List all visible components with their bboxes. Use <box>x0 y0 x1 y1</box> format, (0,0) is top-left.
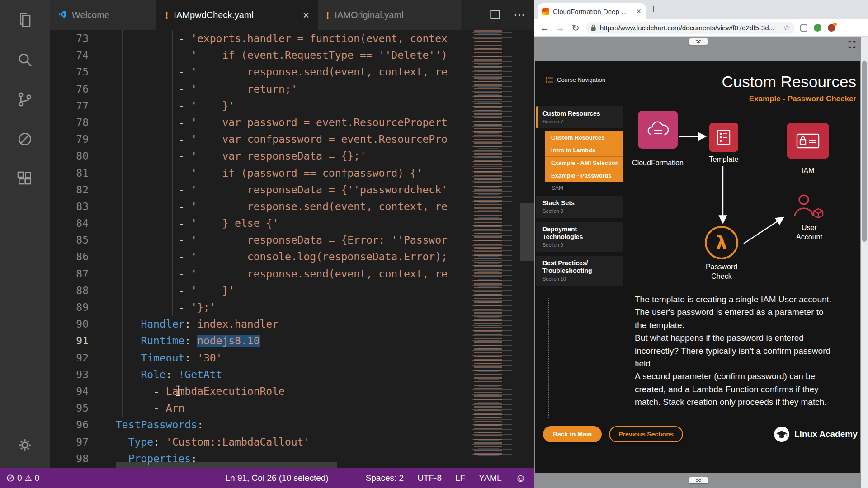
back-icon[interactable]: ← <box>537 23 552 33</box>
code-line[interactable]: 76 - ' return;' <box>50 81 468 98</box>
split-editor-icon[interactable] <box>489 9 501 22</box>
paragraph-line: A second parameter (confirm password) ca… <box>635 370 857 383</box>
browser-scrollbar[interactable] <box>861 37 868 488</box>
code-line[interactable]: 90 Handler: index.handler <box>50 316 468 333</box>
scrollbar-thumb[interactable] <box>862 61 867 242</box>
code-line[interactable]: 83 - ' response.send(event, context, re <box>50 198 468 215</box>
back-to-main-button[interactable]: Back to Main <box>543 426 602 442</box>
paragraph-line: The user's password is entered as a para… <box>635 306 857 319</box>
code-line[interactable]: 92 Timeout: '30' <box>50 350 468 366</box>
code-line[interactable]: 86 - ' console.log(responseData.Error); <box>50 249 468 265</box>
code-line[interactable]: 80 - ' var responseData = {};' <box>50 148 468 164</box>
line-number: 76 <box>50 81 89 98</box>
extension-icon-with-badge[interactable] <box>828 24 835 32</box>
extension-icon[interactable] <box>814 24 821 32</box>
code-line[interactable]: 77 - ' }' <box>50 98 468 114</box>
code-line[interactable]: 89 - '};' <box>50 299 468 316</box>
paragraph-line: But what happens if the password is ente… <box>635 332 857 344</box>
code-line[interactable]: 95 - Arn <box>50 400 468 417</box>
extensions-icon[interactable] <box>0 159 50 199</box>
search-icon[interactable] <box>0 40 50 80</box>
collapse-handle-bottom[interactable] <box>689 477 708 483</box>
source-control-icon[interactable] <box>0 80 50 119</box>
cursor-position[interactable]: Ln 91, Col 26 (10 selected) <box>225 473 328 483</box>
nav-item[interactable]: Intro to Lambda <box>545 144 623 157</box>
forward-icon[interactable]: → <box>552 23 568 33</box>
yaml-file-icon: ! <box>165 9 168 21</box>
new-tab-button[interactable]: + <box>650 2 657 15</box>
line-number: 85 <box>50 232 89 249</box>
paragraph-line: incorrectly? There typically isn't a con… <box>635 345 857 357</box>
code-line[interactable]: 94 - LambdaExecutionRole <box>50 383 468 400</box>
code-line[interactable]: 85 - ' responseData = {Error: ''Passwor <box>50 232 468 249</box>
code-line[interactable]: 74 - ' if (event.RequestType == ''Delete… <box>50 47 468 64</box>
encoding-setting[interactable]: UTF-8 <box>417 473 442 483</box>
paragraph-line: field. <box>635 357 857 370</box>
code-editor[interactable]: 73 - 'exports.handler = function(event, … <box>50 30 534 468</box>
line-number: 94 <box>50 383 89 400</box>
browser-tab-title: CloudFormation Deep Dive: Lu <box>553 8 632 15</box>
code-line[interactable]: 75 - ' response.send(event, context, re <box>50 64 468 80</box>
code-line[interactable]: 84 - ' } else {' <box>50 215 468 232</box>
previous-sections-button[interactable]: Previous Sections <box>609 426 683 442</box>
minimap[interactable] <box>468 30 520 457</box>
code-line[interactable]: 96TestPasswords: <box>50 417 468 433</box>
nav-section[interactable]: Best Practices/ TroubleshootingSection 1… <box>536 256 623 286</box>
course-navigation-label: Course Navigation <box>557 76 605 83</box>
code-line[interactable]: 73 - 'exports.handler = function(event, … <box>50 30 468 47</box>
collapse-handle-top[interactable] <box>689 38 708 45</box>
scrollbar-thumb[interactable] <box>116 462 337 468</box>
code-line[interactable]: 79 - ' var confpassword = event.Resource… <box>50 131 468 148</box>
nav-item[interactable]: Example - AMI Selection <box>545 157 623 169</box>
editor-horizontal-scrollbar[interactable] <box>50 462 468 468</box>
close-tab-icon[interactable]: × <box>303 10 309 21</box>
tab-welcome[interactable]: Welcome <box>50 0 157 30</box>
feedback-smiley-icon[interactable]: ☺ <box>515 472 526 484</box>
code-line[interactable]: 93 Role: !GetAtt <box>50 366 468 383</box>
nav-section-title: Depoyment Technologies <box>542 225 602 241</box>
circle-slash-icon[interactable] <box>0 119 50 159</box>
line-number: 83 <box>50 198 89 215</box>
tab-label: IAMOriginal.yaml <box>335 10 403 20</box>
text-cursor <box>175 385 181 398</box>
fullscreen-icon[interactable] <box>848 41 856 50</box>
bookmark-star-icon[interactable]: ☆ <box>783 23 790 33</box>
settings-gear-icon[interactable] <box>0 427 50 463</box>
indentation-setting[interactable]: Spaces: 2 <box>366 473 404 483</box>
extension-icon[interactable] <box>800 24 807 32</box>
nav-section[interactable]: Custom ResourcesSection 7 <box>536 106 623 128</box>
browser-toolbar: ← → ↻ https://www.lucidchart.com/documen… <box>534 19 868 37</box>
line-number: 91 <box>50 333 89 349</box>
line-number: 75 <box>50 64 89 80</box>
reload-icon[interactable]: ↻ <box>568 23 583 33</box>
line-number: 81 <box>50 165 89 182</box>
course-navigation-header[interactable]: Course Navigation <box>546 76 605 83</box>
vscode-window: Welcome ! IAMpwdCheck.yaml × ! IAMOrigin… <box>0 0 534 488</box>
line-number: 77 <box>50 98 89 114</box>
language-mode[interactable]: YAML <box>479 473 501 483</box>
browser-tab-close-icon[interactable]: × <box>636 7 641 16</box>
nav-item[interactable]: Example - Passwords <box>545 169 623 182</box>
explorer-icon[interactable] <box>0 0 50 40</box>
nav-item[interactable]: Custom Resources <box>545 131 623 144</box>
code-line[interactable]: 78 - ' var password = event.ResourceProp… <box>50 114 468 131</box>
eol-setting[interactable]: LF <box>455 473 465 483</box>
code-line[interactable]: 82 - ' responseData = {''passwordcheck' <box>50 182 468 198</box>
address-bar[interactable]: https://www.lucidchart.com/documents/vie… <box>586 22 795 34</box>
code-line[interactable]: 91 Runtime: nodejs8.10 <box>50 333 468 349</box>
scrollbar-thumb[interactable] <box>520 203 534 261</box>
tab-iampwdcheck-yaml[interactable]: ! IAMpwdCheck.yaml × <box>157 0 318 30</box>
code-line[interactable]: 97 Type: 'Custom::LambdaCallout' <box>50 434 468 450</box>
more-actions-icon[interactable]: ⋯ <box>514 8 525 22</box>
nav-section[interactable]: Stack SetsSection 8 <box>536 196 623 218</box>
tab-iamoriginal-yaml[interactable]: ! IAMOriginal.yaml <box>318 0 463 30</box>
code-line[interactable]: 87 - ' response.send(event, context, re <box>50 266 468 282</box>
nav-section[interactable]: Depoyment TechnologiesSection 9 <box>536 222 623 252</box>
code-line[interactable]: 88 - ' }' <box>50 282 468 299</box>
problems-indicator[interactable]: 0 ⚠ 0 <box>6 473 39 483</box>
code-line[interactable]: 81 - ' if (password == confpassword) {' <box>50 165 468 182</box>
browser-tab[interactable]: CloudFormation Deep Dive: Lu × <box>538 3 646 19</box>
editor-vertical-scrollbar[interactable] <box>520 30 534 468</box>
nav-item-sam[interactable]: SAM <box>536 182 623 196</box>
line-number: 87 <box>50 266 89 282</box>
